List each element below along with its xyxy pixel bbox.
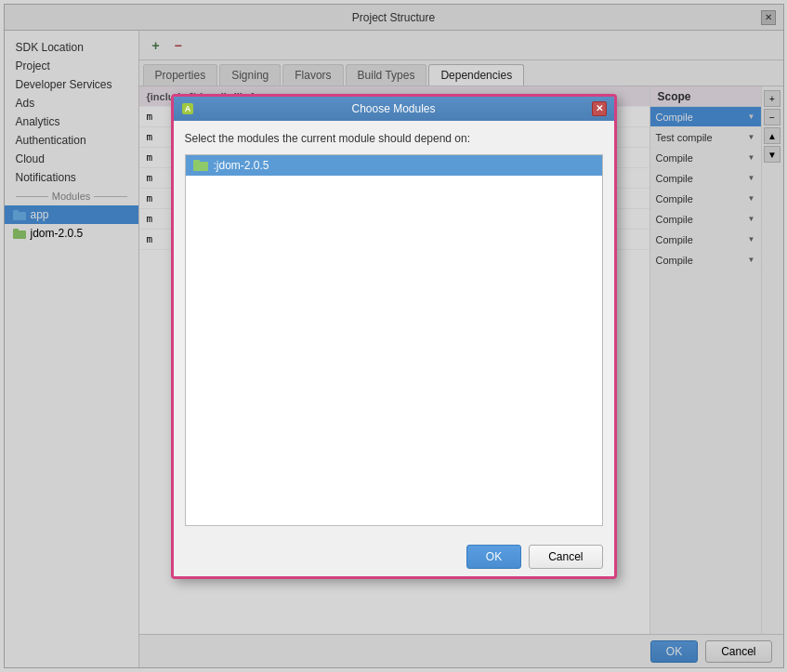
svg-text:A: A	[184, 104, 190, 113]
modal-footer: OK Cancel	[174, 537, 614, 576]
modal-overlay: A Choose Modules ✕ Select the modules th…	[5, 5, 783, 667]
modal-subtitle: Select the modules the current module sh…	[185, 132, 603, 145]
module-item-label: :jdom-2.0.5	[214, 159, 269, 172]
modal-cancel-button[interactable]: Cancel	[529, 545, 602, 569]
modal-close-button[interactable]: ✕	[592, 101, 607, 116]
main-window: Project Structure ✕ SDK Location Project…	[4, 4, 784, 668]
modal-title-icon: A	[181, 101, 196, 116]
modal-ok-button[interactable]: OK	[466, 545, 521, 569]
module-list[interactable]: :jdom-2.0.5	[185, 154, 603, 526]
modal-body: Select the modules the current module sh…	[174, 121, 614, 537]
module-list-item-jdom[interactable]: :jdom-2.0.5	[186, 155, 602, 176]
modal-title: Choose Modules	[196, 102, 592, 115]
choose-modules-dialog: A Choose Modules ✕ Select the modules th…	[171, 94, 617, 579]
modal-title-bar: A Choose Modules ✕	[174, 97, 614, 121]
svg-rect-7	[193, 160, 200, 164]
